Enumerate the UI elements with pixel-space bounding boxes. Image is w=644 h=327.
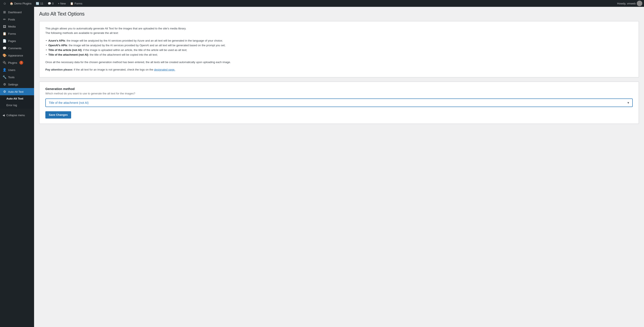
sidebar-label-auto-alt-text: Auto Alt Text xyxy=(8,90,24,93)
bullet-strong-1: Azure's APIs xyxy=(48,39,65,42)
sidebar-item-pages[interactable]: 📄 Pages xyxy=(0,37,34,45)
list-item: Title of the attachment (not AI): the ti… xyxy=(45,53,633,57)
adminbar-site-name[interactable]: 🏠 Demo Plugins xyxy=(8,0,34,7)
adminbar-updates[interactable]: 🔄 11 xyxy=(34,0,45,7)
form-section-desc: Which method do you want to use to gener… xyxy=(45,92,633,95)
wp-logo-icon[interactable]: ○ xyxy=(2,1,8,6)
sidebar-item-dashboard[interactable]: ⊞ Dashboard xyxy=(0,9,34,16)
bullet-strong-4: Title of the attachment (not AI) xyxy=(48,53,88,56)
sidebar-sublabel-error-log: Error log xyxy=(6,104,17,107)
save-changes-button[interactable]: Save Changes xyxy=(45,111,71,119)
home-icon: 🏠 xyxy=(10,2,13,5)
sidebar-item-auto-alt-text[interactable]: ⚙ Auto Alt Text xyxy=(0,88,34,95)
bullet-strong-3: Title of the article (not AI) xyxy=(48,48,82,52)
sidebar-item-posts[interactable]: ✏ Posts xyxy=(0,16,34,23)
pages-icon: 📄 xyxy=(2,39,6,43)
sidebar-item-plugins[interactable]: 🔌 Plugins 7 xyxy=(0,59,34,66)
sidebar-item-media[interactable]: 🖼 Media xyxy=(0,23,34,30)
sidebar-subitem-error-log[interactable]: Error log xyxy=(0,102,34,109)
sidebar-sublabel-auto-alt-text: Auto Alt Text xyxy=(6,97,23,100)
admin-bar: ○ 🏠 Demo Plugins 🔄 11 💬 0 + New 📋 Forms … xyxy=(0,0,644,7)
list-item: OpenAI's APIs: the image will be analyze… xyxy=(45,43,633,48)
bullet-strong-2: OpenAI's APIs xyxy=(48,44,67,47)
sidebar-label-posts: Posts xyxy=(8,18,15,21)
appearance-icon: 🎨 xyxy=(2,54,6,57)
tools-icon: 🔧 xyxy=(2,75,6,79)
plugins-badge: 7 xyxy=(20,61,23,65)
sidebar-submenu: Auto Alt Text Error log xyxy=(0,95,34,109)
sidebar: ⊞ Dashboard ✏ Posts 🖼 Media 📋 Forms 📄 Pa… xyxy=(0,7,34,327)
sidebar-subitem-auto-alt-text[interactable]: Auto Alt Text xyxy=(0,95,34,102)
sidebar-label-forms: Forms xyxy=(8,32,16,35)
pay-attention-text: Pay attention please: if the alt text fo… xyxy=(45,68,633,72)
forms-nav-icon: 📋 xyxy=(2,32,6,36)
sidebar-label-users: Users xyxy=(8,68,15,72)
info-card: This plugin allows you to automatically … xyxy=(39,21,639,77)
adminbar-user: Howdy, vmweb xyxy=(617,1,642,6)
collapse-icon: ◀ xyxy=(2,114,5,117)
dashboard-icon: ⊞ xyxy=(2,10,6,14)
sidebar-label-media: Media xyxy=(8,25,16,28)
updates-icon: 🔄 xyxy=(36,2,39,5)
auto-generate-text: Once all the necessary data for the chos… xyxy=(45,60,633,65)
list-item: Azure's APIs: the image will be analyzed… xyxy=(45,38,633,43)
sidebar-label-pages: Pages xyxy=(8,40,16,43)
sidebar-item-forms[interactable]: 📋 Forms xyxy=(0,30,34,37)
comments-nav-icon: 💬 xyxy=(2,46,6,50)
adminbar-comments[interactable]: 💬 0 xyxy=(46,0,56,7)
plugins-icon: 🔌 xyxy=(2,61,6,65)
user-avatar[interactable] xyxy=(637,1,642,6)
sidebar-item-appearance[interactable]: 🎨 Appearance xyxy=(0,52,34,59)
generation-method-select-wrapper: Azure's APIs OpenAI's APIs Title of the … xyxy=(45,99,633,107)
sidebar-label-appearance: Appearance xyxy=(8,54,23,57)
list-item: Title of the article (not AI): if the im… xyxy=(45,48,633,53)
methods-list: Azure's APIs: the image will be analyzed… xyxy=(45,38,633,57)
posts-icon: ✏ xyxy=(2,18,6,21)
users-icon: 👤 xyxy=(2,68,6,72)
collapse-label: Collapse menu xyxy=(6,114,25,117)
settings-icon: ⚙ xyxy=(2,83,6,86)
sidebar-label-tools: Tools xyxy=(8,76,14,79)
main-content: Auto Alt Text Options This plugin allows… xyxy=(34,7,644,327)
sidebar-item-users[interactable]: 👤 Users xyxy=(0,66,34,74)
adminbar-new[interactable]: + New xyxy=(56,0,68,7)
media-icon: 🖼 xyxy=(2,25,6,28)
auto-alt-text-icon: ⚙ xyxy=(2,90,6,94)
sidebar-item-settings[interactable]: ⚙ Settings xyxy=(0,81,34,88)
adminbar-forms[interactable]: 📋 Forms xyxy=(68,0,84,7)
comments-icon: 💬 xyxy=(48,2,51,5)
collapse-menu-button[interactable]: ◀ Collapse menu xyxy=(0,112,34,119)
designated-page-link[interactable]: designated page. xyxy=(154,68,175,71)
sidebar-label-comments: Comments xyxy=(8,47,22,50)
page-title: Auto Alt Text Options xyxy=(39,11,639,17)
sidebar-label-dashboard: Dashboard xyxy=(8,11,22,14)
sidebar-item-comments[interactable]: 💬 Comments xyxy=(0,45,34,52)
forms-icon: 📋 xyxy=(70,2,74,5)
pay-attention-strong: Pay attention please: xyxy=(45,68,73,71)
form-card: Generation method Which method do you wa… xyxy=(39,82,639,124)
sidebar-label-plugins: Plugins xyxy=(8,61,17,64)
generation-method-select[interactable]: Azure's APIs OpenAI's APIs Title of the … xyxy=(45,99,633,107)
sidebar-item-tools[interactable]: 🔧 Tools xyxy=(0,74,34,81)
form-section-label: Generation method xyxy=(45,87,633,91)
desc-line1: This plugin allows you to automatically … xyxy=(45,27,633,35)
sidebar-label-settings: Settings xyxy=(8,83,18,86)
